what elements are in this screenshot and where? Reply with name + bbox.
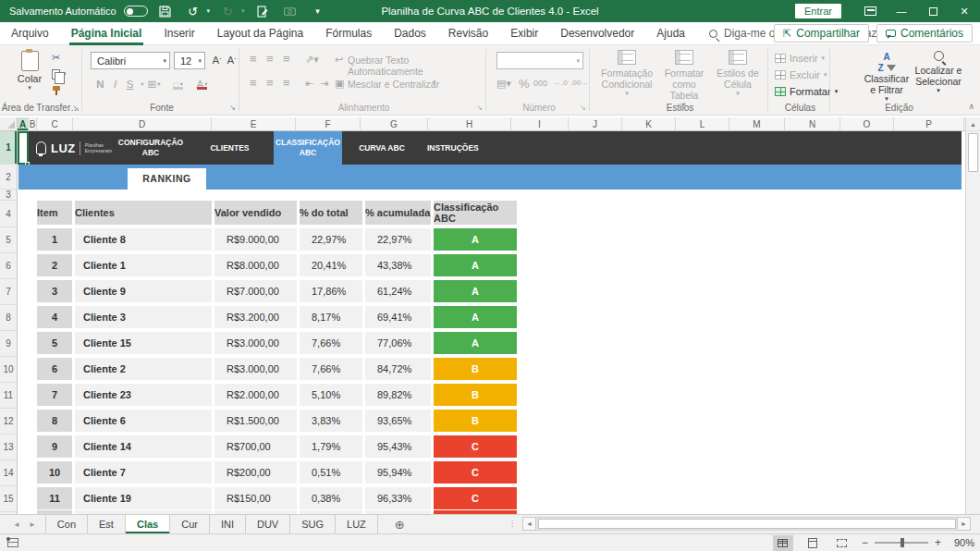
ribbon-tab[interactable]: Layout da Página [206,22,314,45]
paste-button[interactable]: Colar ▾ [11,51,48,92]
row-header[interactable]: 5 [0,227,17,253]
row-header[interactable]: 1 [0,131,17,165]
table-row[interactable]: 6 Cliente 2 R$3.000,00 7,66% 84,72% B [37,358,517,380]
row-header[interactable]: 9 [0,331,17,357]
font-dialog-launcher-icon[interactable]: ↘ [229,104,236,112]
table-row[interactable]: 4 Cliente 3 R$3.200,00 8,17% 69,41% A [37,306,517,328]
format-cells-button[interactable]: Formatar▾ [775,84,838,99]
page-layout-view-button[interactable] [802,535,823,551]
share-button[interactable]: ⇱Compartilhar [774,24,869,43]
sheet-nav-right-icon[interactable]: ► [29,520,36,529]
orientation-icon[interactable]: ⇗▾ [305,54,319,66]
ribbon-tab[interactable]: Página Inicial [60,22,153,45]
merge-center-button[interactable]: Mesclar e Centralizar [348,79,439,90]
cut-button[interactable]: ✂ [52,51,67,64]
zoom-out-icon[interactable]: − [862,536,868,549]
table-row[interactable]: 5 Cliente 15 R$3.000,00 7,66% 77,06% A [37,332,517,354]
scroll-right-icon[interactable]: ► [957,517,971,531]
column-header[interactable]: G [361,117,428,130]
vertical-scroll-thumb[interactable] [968,133,978,172]
save-icon[interactable] [155,3,176,19]
row-header[interactable]: 14 [0,460,17,486]
decrease-decimal-icon[interactable]: .00→ [570,79,588,87]
row-header[interactable]: 12 [0,409,17,435]
merge-center-icon[interactable]: ▣ [335,78,344,90]
column-header[interactable]: I [511,117,569,130]
undo-icon[interactable]: ↺ [183,3,203,19]
ribbon-tab[interactable]: Inserir [153,22,205,45]
font-size-combo[interactable]: 12▾ [174,52,205,69]
align-center-icon[interactable]: ≡ [266,77,274,89]
vertical-scrollbar[interactable]: ▲ [965,117,980,514]
align-left-icon[interactable]: ≡ [250,77,257,89]
table-row[interactable]: 11 Cliente 19 R$150,00 0,38% 96,33% C [37,487,517,509]
font-name-combo[interactable]: Calibri▾ [91,52,170,69]
ribbon-tab[interactable]: Arquivo [0,22,60,45]
ribbon-tab[interactable]: Revisão [437,22,499,45]
sheet-tab[interactable]: INI [210,515,246,533]
sheet-tab[interactable]: Cur [170,515,210,533]
autosave-toggle[interactable] [124,6,148,17]
column-header[interactable]: P [894,117,964,130]
row-header[interactable]: 4 [0,201,17,227]
column-header[interactable]: A [18,117,29,130]
percent-style-icon[interactable]: % [519,77,530,91]
conditional-formatting-button[interactable]: Formatação Condicional▾ [598,50,655,97]
column-header[interactable]: H [428,117,511,130]
zoom-level[interactable]: 90% [950,537,974,548]
column-header[interactable]: F [296,117,361,130]
number-format-combo[interactable]: ▾ [496,52,583,69]
table-row[interactable]: 2 Cliente 1 R$8.000,00 20,41% 43,38% A [37,254,517,276]
borders-icon[interactable]: ⊞▾ [146,76,162,92]
column-header[interactable]: M [729,117,785,130]
ribbon-tab[interactable]: Ajuda [645,22,696,45]
sheet-tab[interactable]: LUZ [336,515,378,533]
sheet-nav-tab[interactable]: CLASSIFICAÇÃO ABC [274,131,342,165]
page-break-view-button[interactable] [832,535,852,551]
comments-button[interactable]: Comentários [876,24,973,43]
align-bottom-icon[interactable]: ≡ [283,53,290,65]
sheet-nav-left-icon[interactable]: ◄ [13,520,20,529]
table-row[interactable]: 9 Cliente 14 R$700,00 1,79% 95,43% C [37,435,517,458]
decrease-font-icon[interactable]: Aˇ [224,52,239,68]
table-row[interactable]: 10 Cliente 7 R$200,00 0,51% 95,94% C [37,461,517,484]
new-sheet-icon[interactable]: ⊕ [378,515,405,533]
wrap-text-icon[interactable]: ↩ [335,54,343,66]
sheet-nav-tab[interactable]: CURVA ABC [342,131,422,165]
find-select-button[interactable]: Localizar e Selecionar▾ [914,51,962,94]
sheet-tab[interactable]: Clas [126,515,170,533]
column-header[interactable]: D [73,117,212,130]
align-top-icon[interactable]: ≡ [250,53,257,65]
align-right-icon[interactable]: ≡ [283,77,290,89]
scroll-up-icon[interactable]: ▲ [966,117,980,131]
copy-button[interactable]: ▾ [52,67,67,80]
ribbon-tab[interactable]: Dados [383,22,437,45]
column-header[interactable]: B [29,117,37,130]
splitter-dots-icon[interactable]: ⋮ [508,520,517,528]
column-header[interactable]: O [840,117,894,130]
increase-font-icon[interactable]: Aˆ [209,52,225,68]
horizontal-scrollbar[interactable]: ⋮ ◄ ► [508,517,971,531]
clipboard-dialog-launcher-icon[interactable]: ↘ [72,104,79,112]
font-color-icon[interactable]: A▾ [194,76,210,92]
zoom-slider[interactable] [875,542,928,544]
wrap-text-button[interactable]: Quebrar Texto Automaticamente [348,55,485,77]
horizontal-scroll-thumb[interactable] [538,519,956,529]
zoom-in-icon[interactable]: + [935,536,941,549]
sheet-tab[interactable]: SUG [290,515,336,533]
sheet-tab[interactable]: Est [88,515,126,533]
macro-record-icon[interactable] [7,538,18,547]
insert-cells-button[interactable]: Inserir▾ [775,51,825,66]
column-header[interactable]: E [212,117,296,130]
row-header[interactable]: 15 [0,486,17,512]
sign-in-button[interactable]: Entrar [795,4,841,18]
row-header[interactable]: 8 [0,305,17,331]
ribbon-tab[interactable]: Fórmulas [314,22,383,45]
sheet-tab[interactable]: DUV [246,515,290,533]
bold-button[interactable]: N [92,76,108,92]
select-all-corner[interactable] [0,117,18,130]
ribbon-tab[interactable]: Desenvolvedor [549,22,645,45]
document-pen-icon[interactable] [252,3,273,19]
table-row[interactable]: 7 Cliente 23 R$2.000,00 5,10% 89,82% B [37,384,517,406]
table-row[interactable]: 8 Cliente 6 R$1.500,00 3,83% 93,65% B [37,410,517,432]
